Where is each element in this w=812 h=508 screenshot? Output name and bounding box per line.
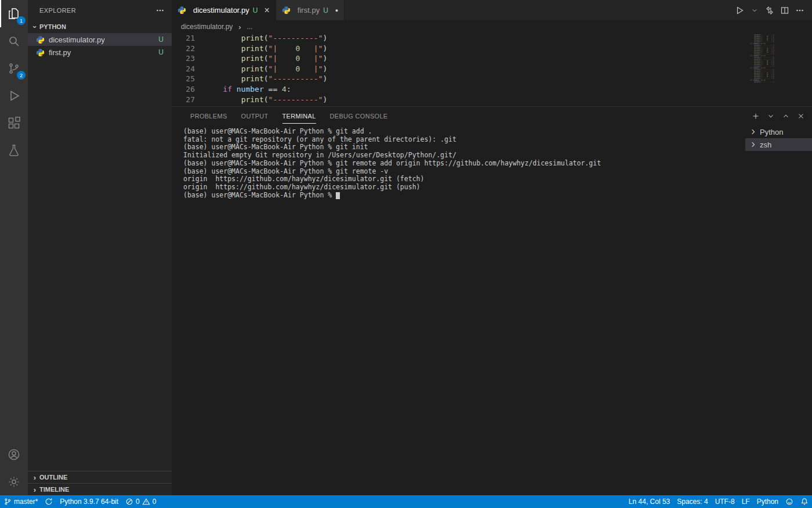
- sync-changes-icon[interactable]: [41, 495, 56, 508]
- line-number: 24: [172, 64, 195, 74]
- cursor-position-status[interactable]: Ln 44, Col 53: [625, 495, 673, 508]
- file-item[interactable]: dicestimulator.pyU: [28, 33, 172, 46]
- folder-section-python[interactable]: › PYTHON: [28, 20, 172, 33]
- python-file-icon: [36, 35, 45, 44]
- editor-actions: [733, 0, 812, 20]
- line-number: 23: [172, 53, 195, 64]
- run-dropdown-chevron-icon[interactable]: [748, 4, 761, 17]
- code-line: 23 print("| 0 |"): [172, 53, 812, 64]
- encoding-label: UTF-8: [715, 498, 735, 506]
- run-python-file-button[interactable]: [733, 4, 746, 17]
- terminal-instance-list: Pythonzsh: [745, 125, 812, 495]
- status-bar-right: Ln 44, Col 53 Spaces: 4 UTF-8 LF Python: [625, 495, 812, 508]
- terminal-instance-zsh[interactable]: zsh: [745, 138, 812, 151]
- run-debug-icon[interactable]: [0, 82, 28, 109]
- tab-label: dicestimulator.py: [193, 6, 249, 15]
- encoding-status[interactable]: UTF-8: [712, 495, 738, 508]
- search-icon[interactable]: [0, 27, 28, 55]
- panel-tab-problems[interactable]: PROBLEMS: [183, 107, 234, 125]
- errors-count: 0: [136, 498, 140, 506]
- explorer-more-actions-icon[interactable]: [154, 5, 166, 16]
- section-label: TIMELINE: [39, 486, 69, 493]
- minimap-line: print("----------"): [746, 81, 806, 83]
- python-interpreter-status[interactable]: Python 3.9.7 64-bit: [56, 495, 122, 508]
- terminal-icon: [750, 128, 757, 135]
- maximize-panel-icon[interactable]: [781, 111, 791, 121]
- file-name: dicestimulator.py: [49, 35, 105, 44]
- breadcrumb[interactable]: dicestimulator.py › ...: [172, 20, 812, 33]
- close-panel-icon[interactable]: [796, 111, 806, 121]
- breadcrumb-symbol[interactable]: ...: [246, 23, 252, 31]
- sidebar-title: EXPLORER: [39, 7, 76, 14]
- chevron-right-icon: ›: [30, 473, 39, 482]
- python-file-icon: [36, 48, 45, 57]
- terminal-instance-python[interactable]: Python: [745, 125, 812, 138]
- sidebar-spacer: [28, 59, 172, 471]
- panel-tab-terminal[interactable]: TERMINAL: [276, 107, 323, 125]
- source-control-icon[interactable]: 2: [0, 55, 28, 82]
- indent-label: Spaces: 4: [677, 498, 708, 506]
- chevron-right-icon: ›: [235, 23, 244, 31]
- python-file-icon: [177, 6, 187, 15]
- code-text: if number == 4:: [195, 84, 291, 95]
- code-line: 27 print("----------"): [172, 95, 812, 105]
- eol-label: LF: [742, 498, 750, 506]
- sidebar-section-timeline[interactable]: ›TIMELINE: [28, 483, 172, 495]
- git-branch-icon: [3, 498, 12, 506]
- terminal-line: (base) user@MACs-MacBook-Air Python % gi…: [183, 160, 745, 168]
- code-line: 26 if number == 4:: [172, 84, 812, 95]
- feedback-icon[interactable]: [782, 495, 797, 508]
- terminal-output[interactable]: (base) user@MACs-MacBook-Air Python % gi…: [172, 125, 745, 495]
- breadcrumb-file[interactable]: dicestimulator.py: [181, 23, 233, 31]
- activity-bar-spacer: [0, 164, 28, 441]
- panel-tab-debug-console[interactable]: DEBUG CONSOLE: [323, 107, 395, 125]
- editor-tab[interactable]: first.pyU●: [276, 0, 345, 20]
- testing-icon[interactable]: [0, 136, 28, 164]
- panel-tab-output[interactable]: OUTPUT: [234, 107, 276, 125]
- line-col-label: Ln 44, Col 53: [629, 498, 670, 506]
- terminal-line: origin https://github.com/haywhyz/dicesi…: [183, 183, 745, 192]
- close-tab-icon[interactable]: ×: [264, 6, 270, 15]
- dirty-indicator-icon[interactable]: ●: [335, 8, 338, 13]
- source-control-badge: 2: [17, 71, 26, 80]
- code-line: 21 print("----------"): [172, 33, 812, 44]
- language-mode-status[interactable]: Python: [753, 495, 782, 508]
- vscode-window: 1 2: [0, 0, 812, 508]
- more-actions-icon[interactable]: [793, 4, 806, 17]
- minimap[interactable]: print("----------") print("| 0 |") print…: [746, 34, 806, 92]
- open-changes-icon[interactable]: [763, 4, 776, 17]
- git-branch-status[interactable]: master*: [0, 495, 41, 508]
- editor-tab[interactable]: dicestimulator.pyU×: [172, 0, 276, 20]
- activity-bar: 1 2: [0, 0, 28, 495]
- branch-label: master*: [14, 498, 38, 506]
- panel-tabs: PROBLEMSOUTPUTTERMINALDEBUG CONSOLE: [183, 107, 394, 125]
- explorer-icon[interactable]: 1: [0, 0, 28, 27]
- chevron-right-icon: ›: [30, 485, 39, 494]
- line-number: 21: [172, 33, 195, 44]
- terminal-dropdown-chevron-icon[interactable]: [766, 111, 776, 121]
- settings-gear-icon[interactable]: [0, 468, 28, 495]
- notifications-bell-icon[interactable]: [797, 495, 812, 508]
- code-editor[interactable]: 21 print("----------")22 print("| 0 |")2…: [172, 33, 812, 106]
- problems-status[interactable]: 0 0: [122, 495, 160, 508]
- code-text: print("----------"): [195, 74, 327, 84]
- code-line: 22 print("| 0 |"): [172, 44, 812, 54]
- interpreter-label: Python 3.9.7 64-bit: [60, 498, 118, 506]
- indentation-status[interactable]: Spaces: 4: [673, 495, 711, 508]
- sidebar-section-outline[interactable]: ›OUTLINE: [28, 471, 172, 483]
- account-icon[interactable]: [0, 441, 28, 468]
- extensions-icon[interactable]: [0, 109, 28, 136]
- panel-actions: [751, 111, 806, 121]
- git-decoration-badge: U: [253, 6, 258, 15]
- terminal-line: Initialized empty Git repository in /Use…: [183, 152, 745, 160]
- line-number: 26: [172, 84, 195, 95]
- code-line: 24 print("| 0 |"): [172, 64, 812, 74]
- terminal-line: (base) user@MACs-MacBook-Air Python %: [183, 192, 745, 200]
- git-decoration-badge: U: [323, 6, 328, 15]
- eol-status[interactable]: LF: [738, 495, 753, 508]
- split-editor-icon[interactable]: [778, 4, 791, 17]
- tab-label: first.py: [298, 6, 320, 15]
- terminal-line: (base) user@MACs-MacBook-Air Python % gi…: [183, 168, 745, 176]
- file-item[interactable]: first.pyU: [28, 46, 172, 59]
- new-terminal-icon[interactable]: [751, 111, 761, 121]
